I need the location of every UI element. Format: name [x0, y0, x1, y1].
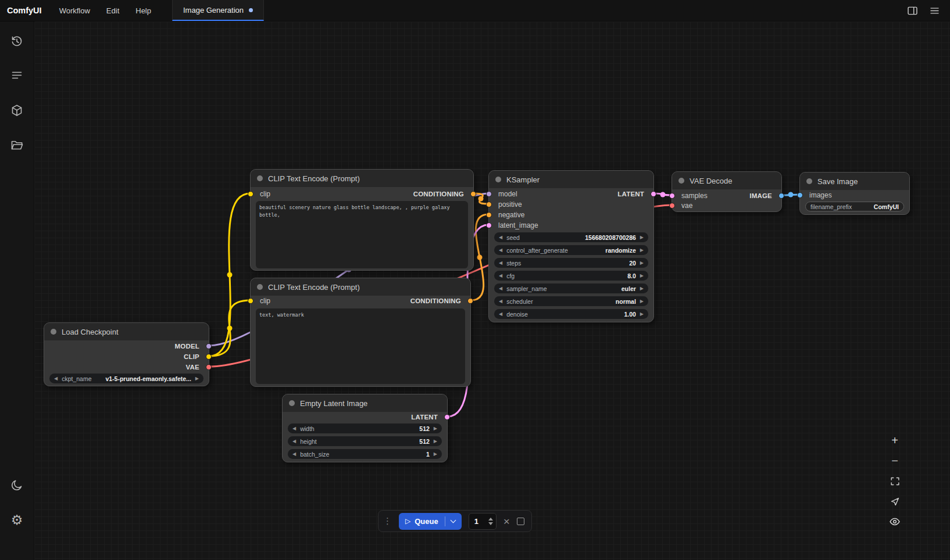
- link-midpoint-dot[interactable]: [227, 272, 233, 278]
- vae-input-port[interactable]: [669, 203, 675, 209]
- workflows-folder-icon[interactable]: [5, 133, 29, 157]
- widget-height[interactable]: ◀ height 512 ▶: [288, 436, 442, 446]
- next-arrow-icon[interactable]: ▶: [640, 274, 644, 278]
- widget-sampler-name[interactable]: ◀ sampler_name euler ▶: [494, 283, 648, 293]
- latent-output-port[interactable]: [444, 414, 450, 420]
- vae-output-port[interactable]: [206, 364, 212, 370]
- node-title-bar[interactable]: Save Image: [800, 173, 909, 190]
- decrement-icon[interactable]: [488, 522, 493, 525]
- node-title-bar[interactable]: Empty Latent Image: [283, 394, 447, 412]
- node-library-icon[interactable]: [5, 63, 29, 88]
- node-vae-decode[interactable]: VAE Decode samples vae IMAGE: [672, 171, 782, 212]
- link-midpoint-dot[interactable]: [788, 192, 794, 198]
- next-arrow-icon[interactable]: ▶: [640, 299, 644, 304]
- menu-help[interactable]: Help: [127, 0, 159, 21]
- clear-queue-icon[interactable]: ×: [503, 516, 510, 527]
- next-arrow-icon[interactable]: ▶: [640, 235, 644, 240]
- model-output-port[interactable]: [206, 343, 212, 349]
- queue-button[interactable]: ▷ Queue: [399, 513, 462, 530]
- widget-seed[interactable]: ◀ seed 156680208700286 ▶: [494, 232, 648, 242]
- conditioning-output-port[interactable]: [470, 191, 476, 197]
- node-title-bar[interactable]: Load Checkpoint: [44, 323, 209, 340]
- model-library-icon[interactable]: [5, 98, 29, 123]
- prev-arrow-icon[interactable]: ◀: [499, 235, 502, 240]
- tab-image-generation[interactable]: Image Generation: [172, 0, 264, 21]
- menu-edit[interactable]: Edit: [98, 0, 127, 21]
- collapse-dot[interactable]: [289, 400, 295, 406]
- prev-arrow-icon[interactable]: ◀: [499, 274, 502, 278]
- drag-handle-icon[interactable]: ⋮: [383, 516, 392, 526]
- widget-width[interactable]: ◀ width 512 ▶: [288, 423, 442, 433]
- latent-output-port[interactable]: [651, 191, 656, 197]
- menu-workflow[interactable]: Workflow: [51, 0, 98, 21]
- collapse-dot[interactable]: [51, 329, 56, 335]
- clip-output-port[interactable]: [206, 354, 212, 360]
- prompt-textarea[interactable]: beautiful scenery nature glass bottle la…: [256, 201, 468, 268]
- collapse-dot[interactable]: [806, 178, 812, 184]
- collapse-dot[interactable]: [257, 284, 263, 290]
- node-title-bar[interactable]: CLIP Text Encode (Prompt): [251, 170, 473, 187]
- prev-arrow-icon[interactable]: ◀: [499, 248, 502, 253]
- prev-arrow-icon[interactable]: ◀: [499, 312, 502, 317]
- conditioning-output-port[interactable]: [467, 298, 473, 304]
- zoom-out-icon[interactable]: −: [887, 453, 903, 469]
- node-empty-latent-image[interactable]: Empty Latent Image LATENT ◀ width 512 ▶ …: [282, 394, 448, 462]
- panel-toggle-icon[interactable]: [903, 3, 921, 18]
- zoom-in-icon[interactable]: +: [887, 432, 903, 448]
- collapse-dot[interactable]: [495, 177, 501, 182]
- prev-arrow-icon[interactable]: ◀: [292, 426, 296, 431]
- link-midpoint-dot[interactable]: [660, 192, 666, 198]
- link-midpoint-dot[interactable]: [227, 326, 233, 331]
- node-title-bar[interactable]: CLIP Text Encode (Prompt): [251, 278, 470, 296]
- widget-ckpt-name[interactable]: ◀ ckpt_name v1-5-pruned-emaonly.safete..…: [49, 374, 203, 383]
- widget-filename-prefix[interactable]: filename_prefix ComfyUI: [805, 202, 904, 211]
- hamburger-menu-icon[interactable]: [926, 3, 943, 18]
- next-arrow-icon[interactable]: ▶: [640, 248, 644, 253]
- node-graph-canvas[interactable]: Load Checkpoint MODEL CLIP VAE ◀ ckpt_na…: [34, 21, 950, 560]
- node-save-image[interactable]: Save Image images filename_prefix ComfyU…: [799, 172, 910, 215]
- collapse-dot[interactable]: [678, 178, 684, 184]
- clip-input-port[interactable]: [248, 191, 253, 197]
- latent-image-input-port[interactable]: [486, 222, 492, 228]
- collapse-dot[interactable]: [257, 175, 263, 181]
- images-input-port[interactable]: [797, 192, 803, 198]
- settings-gear-icon[interactable]: ⚙: [5, 508, 29, 532]
- next-arrow-icon[interactable]: ▶: [640, 286, 644, 291]
- history-icon[interactable]: [5, 28, 29, 53]
- node-clip-text-encode-positive[interactable]: CLIP Text Encode (Prompt) clip CONDITION…: [250, 169, 474, 271]
- select-mode-pointer-icon[interactable]: [887, 493, 903, 509]
- widget-control-after-generate[interactable]: ◀ control_after_generate randomize ▶: [494, 245, 648, 255]
- image-output-port[interactable]: [778, 193, 784, 199]
- stop-icon[interactable]: [517, 518, 524, 525]
- theme-toggle-moon-icon[interactable]: [5, 473, 29, 497]
- node-title-bar[interactable]: VAE Decode: [672, 172, 781, 189]
- link-midpoint-dot[interactable]: [478, 196, 484, 202]
- prev-arrow-icon[interactable]: ◀: [292, 452, 296, 457]
- node-ksampler[interactable]: KSampler model positive negative latent_…: [488, 170, 654, 322]
- widget-steps[interactable]: ◀ steps 20 ▶: [494, 258, 648, 268]
- fit-view-icon[interactable]: [887, 473, 903, 489]
- batch-count-stepper[interactable]: 1: [469, 513, 497, 530]
- prev-arrow-icon[interactable]: ◀: [499, 299, 502, 304]
- widget-cfg[interactable]: ◀ cfg 8.0 ▶: [494, 271, 648, 281]
- next-arrow-icon[interactable]: ▶: [640, 261, 644, 265]
- negative-input-port[interactable]: [486, 212, 492, 218]
- next-arrow-icon[interactable]: ▶: [434, 439, 437, 444]
- prev-arrow-icon[interactable]: ◀: [292, 439, 296, 444]
- next-arrow-icon[interactable]: ▶: [640, 312, 644, 317]
- prompt-textarea[interactable]: text, watermark: [256, 308, 465, 384]
- model-input-port[interactable]: [486, 191, 492, 197]
- positive-input-port[interactable]: [486, 202, 492, 207]
- clip-input-port[interactable]: [248, 298, 253, 304]
- next-arrow-icon[interactable]: ▶: [434, 452, 437, 457]
- increment-icon[interactable]: [488, 518, 493, 520]
- queue-options-dropdown[interactable]: [445, 520, 462, 522]
- next-arrow-icon[interactable]: ▶: [434, 426, 437, 431]
- node-clip-text-encode-negative[interactable]: CLIP Text Encode (Prompt) clip CONDITION…: [250, 278, 471, 387]
- link-midpoint-dot[interactable]: [477, 255, 483, 260]
- widget-denoise[interactable]: ◀ denoise 1.00 ▶: [494, 309, 648, 319]
- next-arrow-icon[interactable]: ▶: [195, 376, 199, 381]
- prev-arrow-icon[interactable]: ◀: [54, 376, 58, 381]
- prev-arrow-icon[interactable]: ◀: [499, 286, 502, 291]
- samples-input-port[interactable]: [669, 193, 675, 199]
